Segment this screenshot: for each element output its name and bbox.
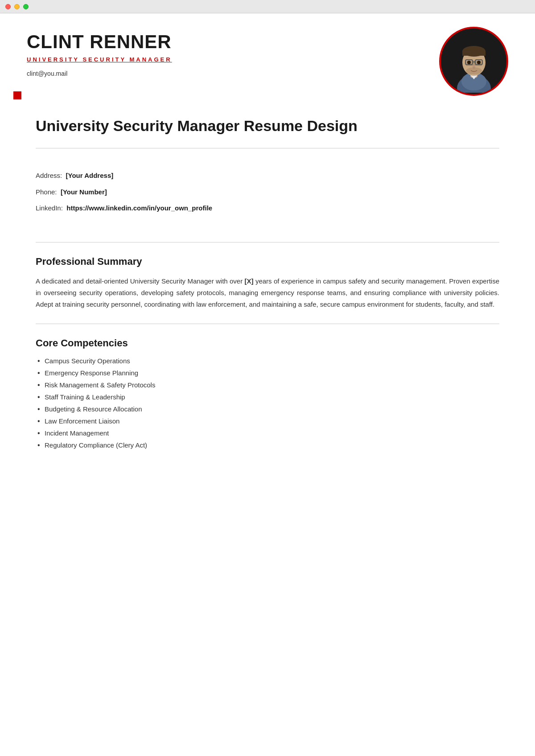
list-item: Emergency Response Planning bbox=[36, 369, 499, 377]
core-competencies-section: Core Competencies Campus Security Operat… bbox=[36, 337, 499, 449]
list-item: Law Enforcement Liaison bbox=[36, 417, 499, 425]
svg-point-15 bbox=[466, 67, 482, 74]
maximize-button[interactable] bbox=[23, 4, 29, 9]
document-area: University Security Manager Resume Desig… bbox=[0, 95, 535, 476]
divider-3 bbox=[36, 324, 499, 324]
phone-value: [Your Number] bbox=[61, 188, 107, 196]
contact-section: Address: [Your Address] Phone: [Your Num… bbox=[36, 162, 499, 229]
job-title: UNIVERSITY SECURITY MANAGER bbox=[27, 56, 340, 63]
address-label: Address: bbox=[36, 172, 62, 179]
svg-rect-7 bbox=[462, 51, 486, 56]
divider-2 bbox=[36, 242, 499, 242]
summary-bold: [X] bbox=[245, 277, 254, 285]
page-content: CLINT RENNER UNIVERSITY SECURITY MANAGER… bbox=[0, 13, 535, 756]
close-button[interactable] bbox=[5, 4, 11, 9]
header-left: CLINT RENNER UNIVERSITY SECURITY MANAGER… bbox=[27, 31, 340, 82]
summary-start: A dedicated and detail-oriented Universi… bbox=[36, 277, 245, 285]
list-item: Staff Training & Leadership bbox=[36, 393, 499, 401]
address-value: [Your Address] bbox=[66, 172, 114, 179]
list-item: Campus Security Operations bbox=[36, 357, 499, 365]
competencies-heading: Core Competencies bbox=[36, 337, 499, 349]
minimize-button[interactable] bbox=[14, 4, 20, 9]
document-title: University Security Manager Resume Desig… bbox=[36, 117, 499, 135]
summary-text: A dedicated and detail-oriented Universi… bbox=[36, 275, 499, 311]
list-item: Regulatory Compliance (Clery Act) bbox=[36, 441, 499, 449]
linkedin-link[interactable]: https://www.linkedin.com/in/your_own_pro… bbox=[66, 204, 212, 212]
red-square-decoration bbox=[13, 91, 21, 99]
title-bar bbox=[0, 0, 535, 13]
list-item: Risk Management & Safety Protocols bbox=[36, 381, 499, 389]
phone-line: Phone: [Your Number] bbox=[36, 187, 499, 197]
linkedin-label: LinkedIn: bbox=[36, 204, 63, 212]
svg-point-12 bbox=[467, 61, 471, 64]
browser-window: CLINT RENNER UNIVERSITY SECURITY MANAGER… bbox=[0, 0, 535, 756]
address-line: Address: [Your Address] bbox=[36, 171, 499, 181]
professional-summary-section: Professional Summary A dedicated and det… bbox=[36, 256, 499, 311]
list-item: Budgeting & Resource Allocation bbox=[36, 405, 499, 413]
phone-label: Phone: bbox=[36, 188, 57, 196]
divider-1 bbox=[36, 148, 499, 148]
profile-photo bbox=[439, 27, 508, 96]
email: clint@you.mail bbox=[27, 70, 340, 77]
avatar-svg bbox=[443, 30, 505, 93]
competencies-list: Campus Security OperationsEmergency Resp… bbox=[36, 357, 499, 449]
list-item: Incident Management bbox=[36, 429, 499, 437]
linkedin-line: LinkedIn: https://www.linkedin.com/in/yo… bbox=[36, 203, 499, 214]
resume-header: CLINT RENNER UNIVERSITY SECURITY MANAGER… bbox=[0, 13, 535, 95]
svg-point-13 bbox=[477, 61, 481, 64]
summary-heading: Professional Summary bbox=[36, 256, 499, 267]
person-name: CLINT RENNER bbox=[27, 31, 340, 53]
header-right bbox=[326, 27, 508, 96]
